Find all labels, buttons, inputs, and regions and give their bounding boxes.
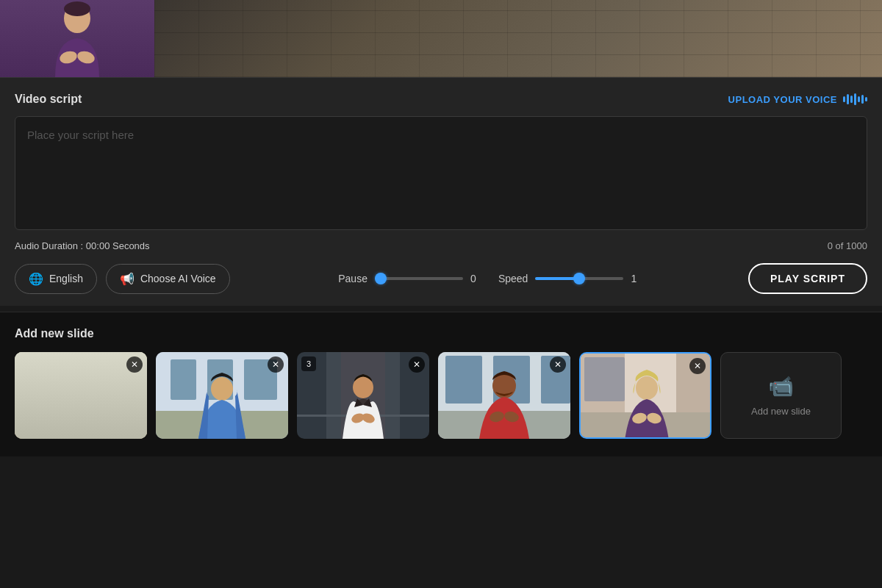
pause-value: 0 bbox=[470, 273, 479, 284]
voice-label: Choose AI Voice bbox=[140, 273, 216, 284]
upload-voice-label: UPLOAD YOUR VOICE bbox=[728, 94, 837, 105]
room-background bbox=[154, 0, 882, 77]
play-script-button[interactable]: PLAY SCRIPT bbox=[748, 263, 867, 294]
add-slide-icon: 📹 bbox=[768, 374, 794, 398]
slides-section-title: Add new slide bbox=[15, 327, 867, 340]
add-slide-card[interactable]: 📹 Add new slide bbox=[720, 352, 842, 439]
script-title: Video script bbox=[15, 93, 82, 106]
choose-voice-button[interactable]: 📢 Choose AI Voice bbox=[106, 264, 230, 294]
play-script-label: PLAY SCRIPT bbox=[770, 273, 845, 284]
slide-card-3[interactable]: ✕ 3 bbox=[297, 352, 429, 439]
slide-5-close[interactable]: ✕ bbox=[689, 358, 706, 374]
svg-rect-8 bbox=[15, 411, 147, 439]
pause-slider[interactable] bbox=[375, 277, 463, 280]
language-label: English bbox=[49, 273, 83, 284]
svg-rect-6 bbox=[22, 367, 59, 396]
script-header: Video script UPLOAD YOUR VOICE bbox=[15, 93, 867, 106]
slide-card-5[interactable]: ✕ bbox=[579, 352, 711, 439]
script-section: Video script UPLOAD YOUR VOICE Audio Dur… bbox=[0, 77, 882, 306]
slides-row: ✕ ✕ bbox=[15, 352, 867, 439]
presenter-svg bbox=[33, 0, 121, 77]
presenter-preview bbox=[0, 0, 154, 77]
svg-rect-36 bbox=[584, 357, 625, 401]
language-button[interactable]: 🌐 English bbox=[15, 264, 97, 294]
megaphone-icon: 📢 bbox=[120, 272, 135, 286]
svg-point-1 bbox=[64, 1, 90, 16]
upload-voice-button[interactable]: UPLOAD YOUR VOICE bbox=[728, 93, 867, 105]
add-slide-label: Add new slide bbox=[751, 406, 811, 417]
script-footer: Audio Duration : 00:00 Seconds 0 of 1000 bbox=[15, 240, 867, 251]
slide-card-4[interactable]: ✕ bbox=[438, 352, 570, 439]
slider-group: Pause 0 Speed 1 bbox=[239, 273, 739, 284]
speed-label: Speed bbox=[498, 273, 528, 284]
slides-section: Add new slide ✕ bbox=[0, 312, 882, 456]
slide-2-close[interactable]: ✕ bbox=[268, 356, 284, 373]
script-textarea[interactable] bbox=[15, 116, 867, 230]
svg-point-16 bbox=[211, 377, 233, 401]
slide-3-number: 3 bbox=[301, 356, 316, 371]
slide-card-1[interactable]: ✕ bbox=[15, 352, 147, 439]
speed-value: 1 bbox=[631, 273, 639, 284]
controls-row: 🌐 English 📢 Choose AI Voice Pause 0 Spee… bbox=[15, 263, 867, 294]
slide-3-close[interactable]: ✕ bbox=[409, 356, 425, 373]
char-count: 0 of 1000 bbox=[828, 240, 867, 251]
slide-1-close[interactable]: ✕ bbox=[126, 356, 143, 373]
globe-icon: 🌐 bbox=[29, 272, 43, 286]
slide-4-close[interactable]: ✕ bbox=[550, 356, 566, 373]
svg-rect-12 bbox=[171, 359, 196, 400]
audio-duration: Audio Duration : 00:00 Seconds bbox=[15, 240, 150, 251]
video-preview bbox=[0, 0, 882, 77]
section-divider bbox=[0, 306, 882, 309]
svg-rect-26 bbox=[445, 356, 482, 404]
svg-point-9 bbox=[71, 379, 91, 401]
pause-label: Pause bbox=[338, 273, 368, 284]
speed-slider[interactable] bbox=[535, 277, 623, 280]
waveform-icon bbox=[843, 93, 867, 105]
room-grid bbox=[154, 0, 882, 77]
svg-point-39 bbox=[636, 376, 658, 400]
slide-card-2[interactable]: ✕ bbox=[156, 352, 288, 439]
